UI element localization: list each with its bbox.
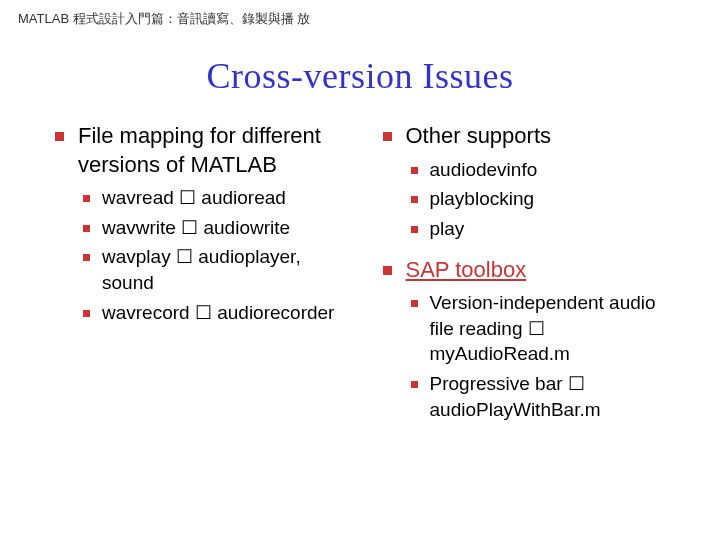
bullet-icon	[383, 266, 392, 275]
bullet-icon	[83, 225, 90, 232]
list-item: audiodevinfo	[411, 157, 681, 183]
list-item: Version-independent audio file reading ☐…	[411, 290, 681, 367]
content-area: File mapping for different versions of M…	[0, 122, 720, 426]
bullet-text: wavwrite ☐ audiowrite	[102, 215, 290, 241]
list-item: wavrecord ☐ audiorecorder	[83, 300, 353, 326]
list-item: wavplay ☐ audioplayer, sound	[83, 244, 353, 295]
bullet-text: wavplay ☐ audioplayer, sound	[102, 244, 353, 295]
bullet-text: File mapping for different versions of M…	[78, 122, 353, 179]
bullet-text: Other supports	[406, 122, 552, 151]
sap-toolbox-link[interactable]: SAP toolbox	[406, 256, 527, 285]
bullet-icon	[83, 195, 90, 202]
bullet-icon	[83, 254, 90, 261]
header-breadcrumb: MATLAB 程式設計入門篇：音訊讀寫、錄製與播 放	[18, 10, 310, 28]
list-item: wavwrite ☐ audiowrite	[83, 215, 353, 241]
list-item: Other supports	[383, 122, 681, 151]
list-item: play	[411, 216, 681, 242]
bullet-icon	[411, 300, 418, 307]
list-item: Progressive bar ☐ audioPlayWithBar.m	[411, 371, 681, 422]
bullet-icon	[55, 132, 64, 141]
bullet-icon	[411, 167, 418, 174]
bullet-text: Version-independent audio file reading ☐…	[430, 290, 681, 367]
bullet-text: wavread ☐ audioread	[102, 185, 286, 211]
bullet-text: playblocking	[430, 186, 535, 212]
right-column: Other supports audiodevinfo playblocking…	[363, 122, 691, 426]
sublist: Version-independent audio file reading ☐…	[411, 290, 681, 422]
bullet-icon	[411, 196, 418, 203]
list-item: playblocking	[411, 186, 681, 212]
bullet-icon	[383, 132, 392, 141]
bullet-text: audiodevinfo	[430, 157, 538, 183]
left-column: File mapping for different versions of M…	[30, 122, 363, 426]
bullet-icon	[411, 381, 418, 388]
slide-title: Cross-version Issues	[0, 55, 720, 97]
bullet-icon	[83, 310, 90, 317]
list-item: SAP toolbox	[383, 256, 681, 285]
bullet-text: wavrecord ☐ audiorecorder	[102, 300, 334, 326]
list-item: File mapping for different versions of M…	[55, 122, 353, 179]
bullet-text: play	[430, 216, 465, 242]
bullet-text: Progressive bar ☐ audioPlayWithBar.m	[430, 371, 681, 422]
list-item: wavread ☐ audioread	[83, 185, 353, 211]
sublist: audiodevinfo playblocking play	[411, 157, 681, 242]
sublist: wavread ☐ audioread wavwrite ☐ audiowrit…	[83, 185, 353, 325]
bullet-icon	[411, 226, 418, 233]
